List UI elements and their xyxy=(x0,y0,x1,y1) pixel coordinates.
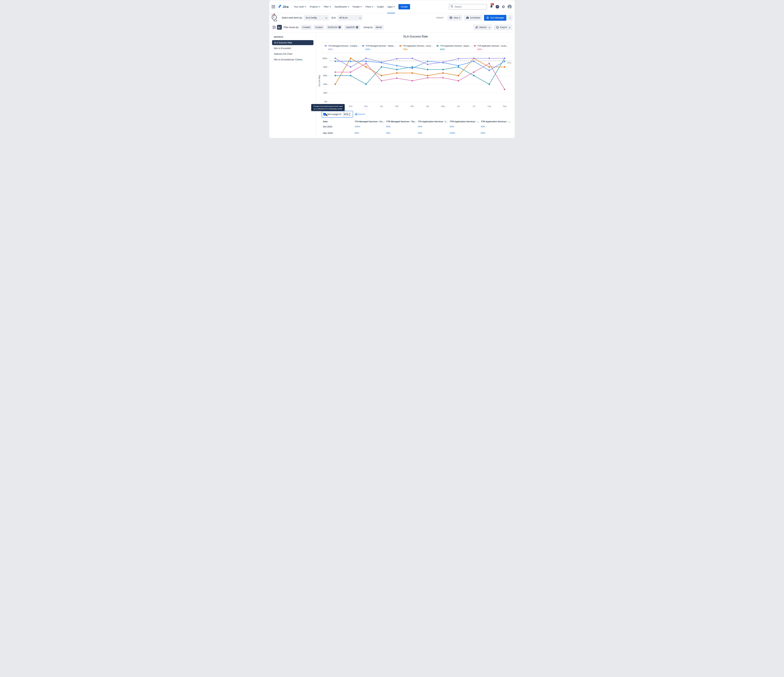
table-cell-value[interactable]: 100% xyxy=(450,132,480,134)
chevron-down-icon xyxy=(326,17,327,19)
chevron-down-icon xyxy=(509,26,510,28)
nav-item-dashboards[interactable]: Dashboards xyxy=(333,0,351,13)
table-cell-value[interactable]: 80% xyxy=(355,132,385,134)
export-button[interactable]: Export xyxy=(494,25,512,30)
legend-marker-icon xyxy=(324,45,327,47)
sidebar-item-met-vs-exceeded[interactable]: Met vs Exceeded xyxy=(272,46,313,51)
chevron-down-icon xyxy=(489,26,490,28)
table-header-series-5: TTR Application Services - Cust… xyxy=(481,120,512,123)
nav-item-apps[interactable]: Apps xyxy=(386,0,397,13)
nav-item-label: Filter xyxy=(324,6,329,8)
scheduler-button[interactable]: Scheduler xyxy=(464,15,482,21)
group-by-label: Group by xyxy=(364,26,373,28)
app-switcher-icon[interactable] xyxy=(272,5,275,8)
table-cell-value[interactable]: 60% xyxy=(481,125,512,128)
legend-item-3[interactable]: TTA Application Services - Innova…75% xyxy=(398,45,435,51)
more-options-button[interactable]: ⋮ xyxy=(508,15,513,21)
filter-chip-custom[interactable]: Custom xyxy=(313,25,325,30)
nav-item-label: People xyxy=(353,6,360,8)
target-checkbox-label: Set a target of xyxy=(327,113,341,115)
sla-label: SLA: xyxy=(331,17,336,19)
view-2-button[interactable]: View 2 xyxy=(447,15,462,21)
sidebar-item-sla-success-rate[interactable]: SLA Success Rate xyxy=(272,40,313,45)
sla-config-dropdown[interactable]: SLA Config xyxy=(304,15,329,20)
filter-chip-label: Custom xyxy=(315,26,323,28)
legend-marker-icon xyxy=(362,45,364,47)
legend-marker-icon xyxy=(399,45,402,47)
chart-view-toggle[interactable] xyxy=(277,25,282,30)
table-header-series-3: TTA Application Services - Inno… xyxy=(418,120,448,123)
svg-text:Feb: Feb xyxy=(395,105,398,107)
sidebar-item-met-vs-exceeded-per-criteria[interactable]: Met vs Exceeded per Criteria xyxy=(272,57,313,62)
table-header-series-4: TTR Application Services - Expe… xyxy=(450,120,480,123)
remove-filter-icon[interactable]: ✕ xyxy=(338,26,341,28)
legend-item-5[interactable]: TTR Application Services - Custo…68% xyxy=(472,45,510,51)
profile-button[interactable] xyxy=(507,5,512,9)
table-header-row: DateTTA Managed Services - Compr…TTR Man… xyxy=(316,120,515,124)
table-cell-value[interactable]: 93% xyxy=(386,132,417,134)
nav-item-filter[interactable]: Filter xyxy=(322,0,333,13)
legend-marker-icon xyxy=(436,45,439,47)
chevron-down-icon xyxy=(319,6,320,7)
date-chip-label: Oct/01/24 xyxy=(328,26,337,28)
table-cell-value[interactable]: 93% xyxy=(386,125,417,128)
reports-sidebar: REPORTS SLA Success RateMet vs ExceededS… xyxy=(269,33,316,138)
date-filter-chip[interactable]: Oct/01/24✕ xyxy=(326,25,343,30)
search-box[interactable] xyxy=(449,4,487,9)
table-cell-value[interactable]: 93% xyxy=(418,132,448,134)
group-by-month-chip[interactable]: Month xyxy=(374,25,384,30)
search-input[interactable] xyxy=(454,5,485,8)
table-cell-value[interactable]: 93% xyxy=(418,125,448,128)
svg-text:60%: 60% xyxy=(323,75,327,77)
legend-marker-icon xyxy=(473,45,476,47)
target-tooltip: A target SLA performance level used as a… xyxy=(311,104,345,111)
gear-icon xyxy=(502,5,505,8)
sla-line-chart[interactable]: 100%80%60%40%20%0%NovDecJanFebMarAprMayJ… xyxy=(318,57,512,109)
remove-filter-icon[interactable]: ✕ xyxy=(356,26,358,28)
nav-item-label: Dashboards xyxy=(334,6,347,8)
legend-series-value: 68% xyxy=(436,48,471,51)
table-cell-value[interactable]: 40% xyxy=(450,125,480,128)
select-work-items-label: Select work items by: xyxy=(282,17,302,19)
nav-item-projects[interactable]: Projects xyxy=(308,0,322,13)
filter-chip-created[interactable]: Created xyxy=(300,25,312,30)
settings-button[interactable] xyxy=(502,5,505,8)
sliders-icon xyxy=(475,26,478,28)
date-filter-chip[interactable]: Sep/5/25✕ xyxy=(344,25,360,30)
table-cell-value[interactable]: 100% xyxy=(355,125,385,128)
svg-text:Jul: Jul xyxy=(473,105,475,107)
all-slas-dropdown[interactable]: All SLAs xyxy=(338,15,362,20)
sidebar-item-statuses-pie-chart[interactable]: Statuses Pie Chart xyxy=(272,51,313,56)
nav-item-insight[interactable]: Insight xyxy=(375,0,386,13)
metrics-button[interactable]: Metrics xyxy=(473,25,492,30)
create-button[interactable]: Create xyxy=(398,4,410,9)
table-icon xyxy=(450,17,452,19)
grid-view-toggle[interactable] xyxy=(272,25,277,30)
notifications-button[interactable]: 9+ xyxy=(490,5,493,8)
legend-item-1[interactable]: TTA Managed Services - Compreh…95% xyxy=(323,45,361,51)
legend-item-row: TTA Managed Services - Compreh… xyxy=(324,45,359,47)
date-chip-label: Sep/5/25 xyxy=(346,26,355,28)
legend-item-2[interactable]: TTR Managed Services - Tailored I…83% xyxy=(361,45,398,51)
legend-series-value: 68% xyxy=(473,48,508,51)
cloud-download-icon xyxy=(496,26,499,29)
target-checkbox[interactable]: ✓ xyxy=(323,113,326,115)
svg-text:Sep: Sep xyxy=(503,105,506,107)
legend-item-4[interactable]: TTR Application Services - Expert…68% xyxy=(435,45,472,51)
table-cell-date: Nov 2024 xyxy=(323,132,353,134)
chevron-down-icon xyxy=(394,6,395,7)
stepper-buttons[interactable] xyxy=(349,113,350,115)
sla-manager-button[interactable]: SLA Manager xyxy=(484,15,506,21)
table-cell-value[interactable]: 60% xyxy=(481,132,512,134)
nav-item-your-work[interactable]: Your work xyxy=(292,0,308,13)
help-button[interactable]: ? xyxy=(496,5,499,8)
top-nav: Jira Your workProjectsFilterDashboardsPe… xyxy=(269,0,515,13)
target-value-input[interactable]: 97% xyxy=(342,112,351,117)
legend-series-name: TTR Application Services - Expert… xyxy=(440,45,471,47)
nav-item-plans[interactable]: Plans xyxy=(364,0,375,13)
nav-item-people[interactable]: People xyxy=(351,0,364,13)
report-main: SLA Success Rate TTA Managed Services - … xyxy=(316,33,515,138)
svg-text:Dec: Dec xyxy=(364,105,368,107)
svg-text:Mar: Mar xyxy=(411,105,414,107)
jira-logo[interactable]: Jira xyxy=(278,5,288,9)
